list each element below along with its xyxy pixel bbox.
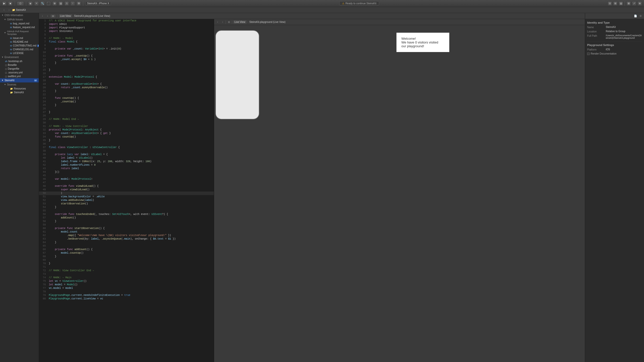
file-icon-contributing: M <box>10 44 12 47</box>
code-line-40: 40 let label = UILabel() <box>39 156 214 160</box>
navigator-toggle[interactable]: ⊟ <box>608 1 612 6</box>
code-line-8: 8 <box>39 44 214 47</box>
code-line-29: 29 // MARK: Model End – <box>39 118 214 121</box>
code-scroll[interactable]: 1 //: A UIKit based Playground for prese… <box>39 19 214 362</box>
sidebar-item-readme[interactable]: M README.md <box>3 40 39 44</box>
device-area <box>214 25 261 362</box>
code-table: 1 //: A UIKit based Playground for prese… <box>39 19 214 301</box>
code-line-11: 11 private func _countUp() { <box>39 54 214 58</box>
add-button[interactable]: + <box>34 1 39 6</box>
sidebar-item-brewfile[interactable]: ◻ Brewfile <box>0 63 39 67</box>
device-name: iPhone X <box>99 2 109 5</box>
sidebar-item-bootstrap[interactable]: sh bootstrap.sh <box>0 59 39 63</box>
sidebar-item-license[interactable]: M LICENSE <box>3 51 39 55</box>
sidebar-item-dangerfile[interactable]: ◻ Dangerfile <box>0 67 39 71</box>
build-button[interactable]: ▤ <box>58 1 63 6</box>
welcome-line2: We have 0 visitors visited <box>401 40 444 44</box>
live-view-tab[interactable]: Live View <box>59 14 72 18</box>
sidebar-subgroup-header-pr[interactable]: ▼ GitHub Pull Request Template <box>3 29 39 36</box>
inspector-name-label: Name <box>587 26 605 29</box>
top-toolbar: ▶ ■ ⟨⟩ ◈ + 🔧 ⬛ ⊕ ▤ ⚠ ↑ ⚙ SteinsKit | iPh… <box>0 0 644 7</box>
zoom-button[interactable]: ⊠ <box>626 1 631 6</box>
settings-button[interactable]: ⚙ <box>76 1 81 6</box>
code-line-73: 73 <box>39 273 214 276</box>
back-forward-button[interactable]: ⟨⟩ <box>17 1 24 6</box>
code-line-33: 33 var count: AnyObservable<Int> { get } <box>39 132 214 135</box>
file-icon-dangerfile: ◻ <box>5 68 7 70</box>
inspector-location-value: Relative to Group <box>606 30 642 33</box>
warning-button[interactable]: ⚠ <box>64 1 69 6</box>
sidebar-label-dangerfile: Dangerfile <box>8 67 19 70</box>
editor-nav-forward[interactable]: › <box>46 14 50 18</box>
sidebar-label-issues: GitHub Issues <box>7 18 23 21</box>
scheme-selector[interactable]: SteinsKit | iPhone X <box>85 2 111 5</box>
sidebar-item-swiftlint[interactable]: ◻ swiftlint.yml <box>0 74 39 78</box>
sidebar-subgroup-header-sources[interactable]: ▼ Sources <box>3 82 39 87</box>
code-line-65: 65 <box>39 244 214 248</box>
inspector-panel: 📄 ⚙ Identity and Type Name SteinsKit Loc… <box>585 13 644 362</box>
sidebar-item-resources[interactable]: 📁 Resources <box>3 87 39 90</box>
inspector-row-location: Location Relative to Group <box>587 30 642 33</box>
file-nav-forward[interactable]: › <box>7 8 11 12</box>
editor-nav-back[interactable]: ‹ <box>41 14 45 18</box>
toolbar-sep-1 <box>15 1 15 6</box>
sidebar-group-header-steinskit[interactable]: ▼ SteinsKit M <box>0 78 39 82</box>
debug-button[interactable]: ⬛ <box>46 1 51 6</box>
file-icon-license: M <box>10 52 12 55</box>
file-icon-swiftlint: ◻ <box>5 75 7 78</box>
inspector-row-platform: Platform iOS <box>587 48 642 51</box>
sidebar-group-header-env[interactable]: ▼ Environment <box>0 55 39 59</box>
max-button[interactable]: ⤢ <box>632 1 636 6</box>
sidebar-item-steinskit-inner[interactable]: 📁 SteinsKit <box>3 90 39 94</box>
sidebar-item-sourceryml[interactable]: ◻ .sourcery.yml <box>0 71 39 74</box>
code-line-13: 13 } <box>39 61 214 65</box>
sidebar-group-header-oss[interactable]: ▼ OSS Information <box>0 13 39 17</box>
sidebar-label-feature: feature_request.md <box>13 26 35 29</box>
sidebar-item-contributing[interactable]: M CONTRIBUTING.md M <box>3 44 39 48</box>
code-line-52: 52 view.addSubview(label) <box>39 199 214 202</box>
code-line-20: 20 return _count.asAnyObservable() <box>39 86 214 89</box>
code-line-47: 47 <box>39 181 214 185</box>
sidebar-item-issue-md[interactable]: M issue.md <box>3 36 39 40</box>
inspector-link-icon[interactable]: ⚙ <box>638 14 642 18</box>
sidebar-item-feature-request[interactable]: M feature_request.md <box>3 25 39 29</box>
sidebar-item-changelog[interactable]: M CHANGELOG.md <box>3 48 39 51</box>
expand-icon-sources: ▼ <box>4 83 6 86</box>
code-line-59: 59 <box>39 223 214 227</box>
file-icon-brewfile: ◻ <box>5 64 7 66</box>
preview-nav-back[interactable]: ‹ <box>216 20 220 24</box>
code-line-77: 77 vc.model = model <box>39 287 214 290</box>
inspector-file-icon[interactable]: 📄 <box>633 14 637 18</box>
preview-right-area: Welcome! We have 0 visitors visited our … <box>261 25 585 362</box>
code-line-62: 62 .map({ "Welcome!\nWe have \($0) visit… <box>39 234 214 237</box>
tools-button[interactable]: 🔧 <box>40 1 45 6</box>
run-button[interactable]: ▶ <box>2 1 7 6</box>
toolbar-sep-2 <box>26 1 26 6</box>
preview-nav-forward[interactable]: › <box>221 20 225 24</box>
grid-view-icon: ⊞ <box>52 15 54 17</box>
stop-button[interactable]: ■ <box>8 1 13 6</box>
code-line-37: 37 final class ViewController : UIViewCo… <box>39 146 214 149</box>
inspector-toggle[interactable]: ▤ <box>619 1 623 6</box>
code-line-48: 48 override func viewDidLoad() { <box>39 185 214 188</box>
breakpoint-button[interactable]: ◈ <box>28 1 33 6</box>
render-docs-checkbox[interactable] <box>587 53 590 55</box>
commit-button[interactable]: ↑ <box>70 1 75 6</box>
inspector-platform-label: Platform <box>587 48 605 51</box>
sidebar-subgroup-github-issues: ▼ GitHub Issues M bug_report.md M featur… <box>0 17 39 29</box>
code-line-55: 55 <box>39 209 214 213</box>
code-line-54: 54 } <box>39 206 214 209</box>
file-nav-back[interactable]: ‹ <box>2 8 6 12</box>
file-icon-readme: M <box>10 41 12 43</box>
status-text: Ready to continue SteinsKit <box>345 2 376 5</box>
branch-button[interactable]: ⊕ <box>52 1 57 6</box>
editor-toggle[interactable]: ⊞ <box>613 1 618 6</box>
code-line-80: 80 PlaygroundPage.current.liveView = vc <box>39 297 214 301</box>
sidebar-subgroup-header-issues[interactable]: ▼ GitHub Issues <box>3 17 39 22</box>
preview-view-toggle[interactable]: ⊞ <box>227 20 231 24</box>
editor-view-toggle[interactable]: ⊞ <box>51 15 56 18</box>
code-line-17: 17 extension Model: ModelProtocol { <box>39 75 214 79</box>
window-button[interactable]: ⊕ <box>637 1 642 6</box>
code-line-49: 49 super.viewDidLoad() <box>39 188 214 192</box>
sidebar-item-bug-report[interactable]: M bug_report.md <box>3 22 39 25</box>
